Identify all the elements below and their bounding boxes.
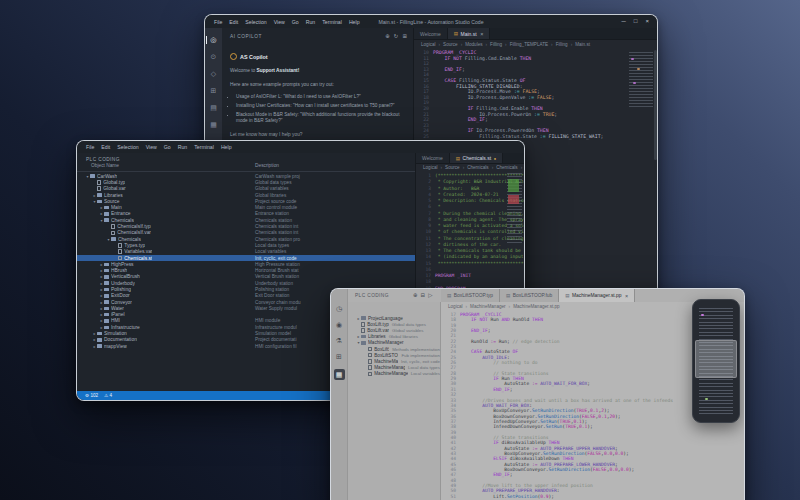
new-chat-icon[interactable]: ⊕ bbox=[385, 33, 390, 39]
folder-icon bbox=[361, 341, 366, 345]
tab-machinemanager-st-pp[interactable]: ▤MachineManager.st.pp× bbox=[559, 289, 635, 302]
tab-boxliftstoop-typ[interactable]: ▤BoxLiftSTOOP.typ bbox=[441, 289, 500, 302]
code-text: END_IF; bbox=[460, 472, 513, 477]
menu-file[interactable]: File bbox=[214, 19, 222, 25]
minimap[interactable] bbox=[629, 52, 653, 108]
extensions-icon[interactable]: ⊞ bbox=[207, 87, 220, 95]
tree-item-description: CarWash sample proj bbox=[255, 174, 300, 179]
maximize-button[interactable]: □ bbox=[634, 15, 638, 28]
file-icon bbox=[118, 243, 122, 248]
add-icon[interactable]: ⊕ bbox=[413, 292, 418, 298]
account-icon[interactable]: ◉ bbox=[333, 321, 346, 329]
close-button[interactable]: × bbox=[645, 15, 649, 28]
board-icon[interactable]: ▦ bbox=[207, 121, 220, 129]
menu-selection[interactable]: Selection bbox=[117, 144, 138, 150]
prompt-suggestion[interactable]: Usage of AsIOFilter L: "What do I need t… bbox=[236, 94, 405, 100]
code-text: IF NOT Filling.Cmd.Enable THEN bbox=[433, 56, 531, 62]
refresh-icon[interactable]: ↻ bbox=[394, 33, 399, 39]
close-icon[interactable]: × bbox=[480, 31, 483, 37]
breadcrumb-item[interactable]: Logical bbox=[448, 304, 463, 309]
breadcrumb-item[interactable]: Chemicals bbox=[467, 165, 488, 170]
tab-chemicals-st[interactable]: ▤Chemicals.st● bbox=[450, 153, 503, 163]
breadcrumb-item[interactable]: Source bbox=[445, 165, 460, 170]
flask-icon[interactable]: ⚗ bbox=[333, 337, 346, 345]
tab-label: BoxLiftSTOOP.typ bbox=[454, 293, 493, 298]
copilot-intro: Here are some example prompts you can tr… bbox=[230, 82, 405, 88]
phone-mockup bbox=[692, 299, 740, 423]
code-text: Filling.Status.State := FILLING_STATE_WA… bbox=[433, 134, 603, 140]
code-text: // nothing to do bbox=[460, 360, 537, 365]
menu-help[interactable]: Help bbox=[349, 19, 360, 25]
breadcrumb-item[interactable]: Modules bbox=[465, 42, 482, 47]
menu-go[interactable]: Go bbox=[292, 19, 299, 25]
status-item[interactable]: ⚠ 4 bbox=[104, 393, 112, 398]
breadcrumb-item[interactable]: Chemicals bbox=[496, 165, 517, 170]
test-explorer-icon[interactable]: ▤ bbox=[207, 104, 220, 112]
minimize-button[interactable]: ─ bbox=[622, 15, 626, 28]
tab-welcome[interactable]: Welcome bbox=[416, 153, 450, 163]
minimap[interactable] bbox=[507, 173, 522, 245]
breadcrumb-item[interactable]: MachineManager bbox=[470, 304, 506, 309]
titlebar[interactable]: FileEditSelectionViewGoRunTerminalHelp M… bbox=[205, 15, 657, 28]
tree-item-description: Vertical Brush station bbox=[255, 274, 299, 279]
titlebar[interactable]: FileEditSelectionViewGoRunTerminalHelp bbox=[77, 141, 524, 153]
panel-layout-icon[interactable]: ⊞ bbox=[402, 33, 407, 39]
tree-item-description: Conveyor chain modu bbox=[255, 300, 301, 305]
menu-view[interactable]: View bbox=[146, 144, 157, 150]
prompt-suggestion[interactable]: Installing User Certificates: "How can I… bbox=[236, 103, 405, 109]
split-editor-icon[interactable]: ⊟ bbox=[421, 292, 426, 298]
tree-item-label: MachineManager bbox=[368, 340, 404, 345]
breadcrumb-item[interactable]: Main.st bbox=[575, 42, 590, 47]
code-editor[interactable]: 10PROGRAM _CYCLIC11 IF NOT Filling.Cmd.E… bbox=[414, 48, 657, 140]
file-icon bbox=[97, 180, 101, 185]
menu-edit[interactable]: Edit bbox=[229, 19, 238, 25]
search-icon[interactable]: ⊙ bbox=[207, 53, 220, 61]
breadcrumb-item[interactable]: Logical bbox=[421, 42, 436, 47]
code-text: PROGRAM _INIT bbox=[435, 273, 471, 279]
menu-run[interactable]: Run bbox=[178, 144, 188, 150]
tree-item-label: Entrance bbox=[111, 211, 131, 216]
menu-selection[interactable]: Selection bbox=[245, 19, 266, 25]
menu-file[interactable]: File bbox=[86, 144, 94, 150]
code-text: Lift.SetPosition(0.9); bbox=[460, 494, 554, 499]
breadcrumb-item[interactable]: Filling bbox=[556, 42, 568, 47]
menu-terminal[interactable]: Terminal bbox=[322, 19, 342, 25]
menu-edit[interactable]: Edit bbox=[101, 144, 110, 150]
extensions-icon[interactable]: ⊞ bbox=[333, 353, 346, 361]
clock-icon[interactable]: ◷ bbox=[333, 305, 346, 313]
tree-item-machinemanager-var[interactable]: MachineManager.varLocal variables bbox=[348, 371, 440, 377]
menu-view[interactable]: View bbox=[274, 19, 285, 25]
breadcrumb-item[interactable]: Source bbox=[443, 42, 458, 47]
tab-boxliftstoop-fub[interactable]: ▤BoxLiftSTOOP.fub bbox=[500, 289, 559, 302]
breadcrumb-item[interactable]: Logical bbox=[423, 165, 438, 170]
folder-icon bbox=[104, 326, 109, 330]
status-item[interactable]: ⚙ 102 bbox=[85, 393, 98, 398]
breadcrumb-item[interactable]: Filling bbox=[490, 42, 502, 47]
copilot-name: AS Copilot bbox=[240, 54, 268, 60]
tree-item-label: BoxLift.var bbox=[367, 328, 389, 333]
folder-icon bbox=[97, 338, 102, 342]
tab-main-st[interactable]: ▤Main.st× bbox=[448, 28, 491, 39]
menu-help[interactable]: Help bbox=[221, 144, 232, 150]
breadcrumb-item[interactable]: Filling_TEMPLATE bbox=[510, 42, 548, 47]
tree-item-label: Types.typ bbox=[124, 243, 145, 248]
breadcrumb-item[interactable]: MachineManager.st.pp bbox=[513, 304, 559, 309]
folder-icon bbox=[104, 294, 109, 298]
menu-terminal[interactable]: Terminal bbox=[194, 144, 214, 150]
apps-icon[interactable]: ▦ bbox=[334, 369, 345, 380]
scrollbar[interactable] bbox=[654, 50, 657, 160]
folder-icon bbox=[104, 212, 109, 216]
source-control-icon[interactable]: ◇ bbox=[207, 70, 220, 78]
prompt-suggestion[interactable]: Blackout Mode in B&R Safety: "Which addi… bbox=[236, 112, 405, 124]
copilot-icon[interactable]: ◎ bbox=[206, 36, 220, 44]
tree-item-description: Simulation model bbox=[255, 331, 291, 336]
menu-go[interactable]: Go bbox=[164, 144, 171, 150]
close-icon[interactable]: × bbox=[625, 293, 628, 299]
menu-run[interactable]: Run bbox=[306, 19, 316, 25]
tree-item-description: HMI configuration fil bbox=[255, 344, 296, 349]
tree-item-description: Global libraries bbox=[255, 193, 286, 198]
tree-item-description: Chemicals station pro bbox=[255, 237, 300, 242]
tab-welcome[interactable]: Welcome bbox=[414, 28, 448, 39]
run-icon[interactable]: ▷ bbox=[428, 292, 432, 298]
header-row: PLC CODING ⊕⊟▷ ▤BoxLiftSTOOP.typ▤BoxLift… bbox=[331, 289, 744, 303]
